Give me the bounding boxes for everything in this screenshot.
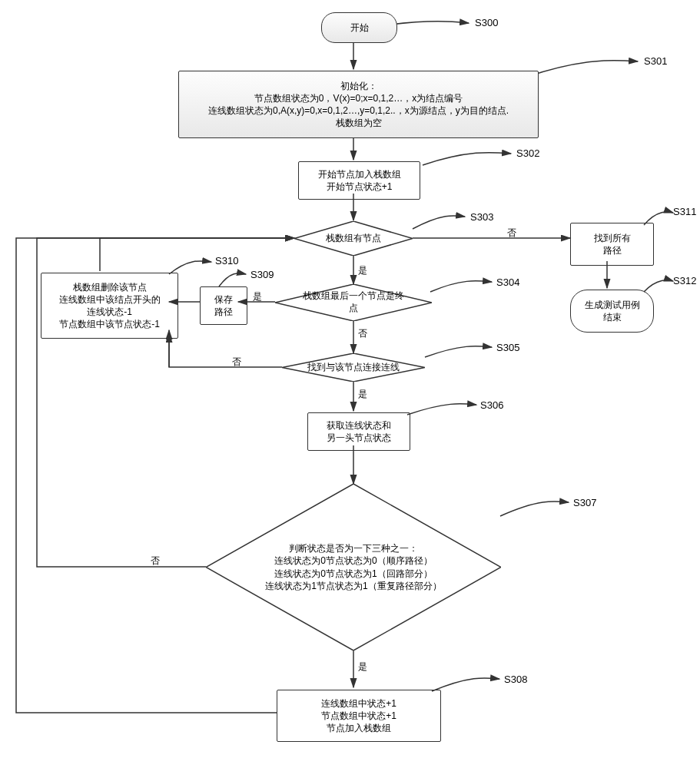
init-line3: 栈数组为空 [336, 117, 382, 129]
label-s303: S303 [470, 211, 493, 223]
label-s306: S306 [480, 399, 503, 411]
last-no: 否 [358, 327, 367, 340]
label-s308: S308 [504, 674, 527, 685]
judge-l4: 连线状态为1节点状态为1（重复路径部分） [265, 581, 441, 591]
init-line2: 连线数组状态为0,A(x,y)=0,x=0,1,2…,y=0,1,2..，x为源… [208, 104, 509, 117]
remove-l4: 节点数组中该节点状态-1 [59, 318, 160, 330]
remove-l2: 连线数组中该结点开头的 [59, 293, 161, 306]
remove-l1: 栈数组删除该节点 [73, 281, 147, 293]
plus-l3: 节点加入栈数组 [327, 722, 391, 734]
add-start-l1: 开始节点加入栈数组 [318, 168, 401, 180]
found-all-l1: 找到所有 [594, 232, 631, 244]
plus-l2: 节点数组中状态+1 [321, 710, 396, 722]
find-link-text: 找到与该节点连接连线 [307, 362, 400, 372]
gen-end-l2: 结束 [603, 311, 622, 323]
init-title: 初始化： [340, 80, 377, 92]
stack-has-node-decision: 栈数组有节点 [294, 221, 413, 256]
last-node-is-end-decision: 栈数组最后一个节点是终 点 [275, 284, 432, 321]
save-l1: 保存 [214, 293, 233, 306]
judge-l3: 连线状态为0节点状态为1（回路部分） [274, 568, 432, 579]
judge-yes: 是 [358, 660, 367, 674]
findlink-no: 否 [232, 356, 241, 369]
findlink-yes: 是 [358, 388, 367, 401]
last-end-l1: 栈数组最后一个节点是终 [303, 291, 404, 300]
judge-no: 否 [151, 554, 160, 568]
start-text: 开始 [350, 22, 369, 34]
label-s305: S305 [496, 342, 519, 353]
remove-l3: 连线状态-1 [87, 306, 132, 318]
last-end-l2: 点 [349, 303, 358, 313]
gen-end-l1: 生成测试用例 [585, 299, 640, 311]
label-s300: S300 [475, 17, 498, 28]
get-state-l2: 另一头节点状态 [327, 432, 391, 444]
save-l2: 路径 [214, 306, 233, 318]
stack-no: 否 [507, 227, 516, 240]
judge-state-decision: 判断状态是否为一下三种之一： 连线状态为0节点状态为0（顺序路径） 连线状态为0… [206, 484, 501, 650]
get-state-l1: 获取连线状态和 [327, 419, 391, 432]
find-link-decision: 找到与该节点连接连线 [282, 353, 425, 382]
plus-l1: 连线数组中状态+1 [321, 697, 396, 710]
end-terminator: 生成测试用例 结束 [570, 290, 654, 333]
judge-l2: 连线状态为0节点状态为0（顺序路径） [274, 555, 432, 566]
add-start-l2: 开始节点状态+1 [327, 180, 393, 193]
label-s307: S307 [573, 497, 596, 508]
init-process: 初始化： 节点数组状态为0，V(x)=0;x=0,1,2…，x为结点编号 连线数… [178, 71, 539, 138]
init-line1: 节点数组状态为0，V(x)=0;x=0,1,2…，x为结点编号 [254, 92, 463, 104]
label-s310: S310 [215, 255, 238, 266]
label-s301: S301 [644, 55, 667, 67]
label-s302: S302 [516, 147, 539, 159]
found-all-l2: 路径 [603, 244, 622, 257]
add-start-node-process: 开始节点加入栈数组 开始节点状态+1 [298, 161, 420, 200]
remove-node-process: 栈数组删除该节点 连线数组中该结点开头的 连线状态-1 节点数组中该节点状态-1 [41, 273, 178, 339]
last-yes: 是 [253, 290, 262, 303]
label-s311: S311 [673, 206, 696, 217]
found-all-paths-process: 找到所有 路径 [570, 223, 654, 266]
label-s309: S309 [250, 269, 274, 280]
stack-yes: 是 [358, 264, 367, 277]
label-s304: S304 [496, 276, 519, 288]
judge-l1: 判断状态是否为一下三种之一： [289, 543, 418, 554]
stack-has-text: 栈数组有节点 [326, 233, 381, 243]
increment-state-process: 连线数组中状态+1 节点数组中状态+1 节点加入栈数组 [277, 690, 441, 742]
start-terminator: 开始 [321, 12, 397, 43]
get-state-process: 获取连线状态和 另一头节点状态 [307, 412, 410, 451]
label-s312: S312 [673, 275, 696, 286]
save-path-process: 保存 路径 [200, 286, 247, 325]
